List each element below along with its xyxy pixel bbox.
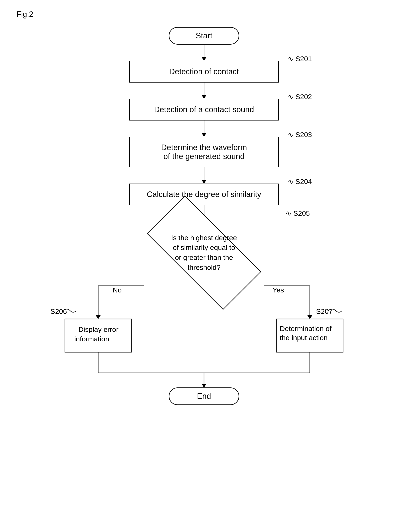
s203-container: Determine the waveform of the generated … <box>129 137 279 167</box>
s201-label: ∿ S201 <box>288 55 312 63</box>
svg-marker-5 <box>307 315 312 319</box>
branch-svg: No Yes S206 S207 Display error informati… <box>38 284 370 391</box>
svg-marker-2 <box>96 315 101 319</box>
figure-label: Fig.2 <box>17 10 33 19</box>
s204-container: Calculate the degree of similarity ∿ S20… <box>129 183 279 205</box>
s203-label: ∿ S203 <box>288 131 312 139</box>
svg-text:Determination of: Determination of <box>280 324 332 332</box>
svg-text:the input action: the input action <box>280 334 328 341</box>
connector-1 <box>202 45 206 61</box>
s201-container: Detection of contact ∿ S201 <box>129 61 279 83</box>
s205-container: Is the highest degree of similarity equa… <box>144 222 264 284</box>
s205-label: ∿ S205 <box>286 209 310 217</box>
start-terminal: Start <box>169 27 239 45</box>
connector-4 <box>202 167 206 183</box>
svg-rect-13 <box>277 319 343 352</box>
s202-container: Detection of a contact sound ∿ S202 <box>129 99 279 121</box>
s204-box: Calculate the degree of similarity <box>129 183 279 205</box>
svg-text:S207: S207 <box>316 307 332 315</box>
svg-text:information: information <box>74 335 109 343</box>
s205-text: Is the highest degree of similarity equa… <box>165 233 243 272</box>
s202-label: ∿ S202 <box>288 92 312 101</box>
svg-text:S206: S206 <box>51 307 67 315</box>
svg-marker-21 <box>202 384 206 387</box>
flowchart: Start Detection of contact ∿ S201 Detect… <box>0 27 408 405</box>
s203-box: Determine the waveform of the generated … <box>129 137 279 167</box>
end-terminal: End <box>169 387 239 405</box>
start-node: Start <box>169 27 239 45</box>
svg-text:Display error: Display error <box>78 325 119 333</box>
svg-rect-10 <box>65 319 131 352</box>
s202-box: Detection of a contact sound <box>129 99 279 121</box>
svg-text:Yes: Yes <box>272 286 284 294</box>
end-container: End <box>169 387 239 405</box>
branch-section: No Yes S206 S207 Display error informati… <box>38 284 370 391</box>
connector-2 <box>202 83 206 99</box>
svg-text:No: No <box>113 286 122 294</box>
connector-3 <box>202 121 206 137</box>
s201-box: Detection of contact <box>129 61 279 83</box>
s204-label: ∿ S204 <box>288 177 312 186</box>
s205-diamond-wrapper: Is the highest degree of similarity equa… <box>144 222 264 284</box>
